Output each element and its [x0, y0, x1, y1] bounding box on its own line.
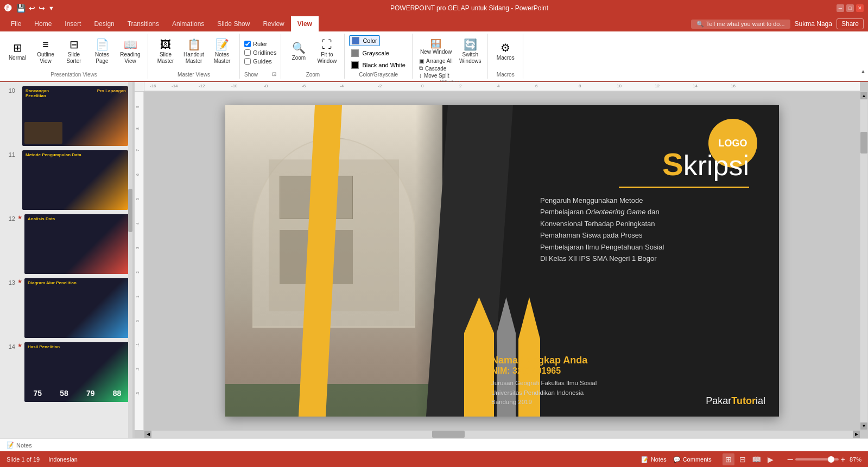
tab-slideshow[interactable]: Slide Show	[211, 16, 256, 31]
v-scroll-thumb[interactable]	[860, 132, 867, 153]
tab-animations[interactable]: Animations	[166, 16, 211, 31]
v-scroll-down[interactable]: ▼	[860, 423, 867, 430]
notes-label-status[interactable]: Notes	[651, 456, 667, 463]
status-slide-sorter[interactable]: ⊟	[737, 453, 749, 465]
slide-item-14[interactable]: 14 ★ Hasil Penelitian 75 58 79 88	[0, 340, 132, 404]
user-name: Sukma Naga	[795, 20, 832, 28]
tell-me-input[interactable]: Tell me what you want to do...	[706, 21, 785, 27]
qa-customize[interactable]: ▼	[47, 4, 55, 12]
slide-thumb-13[interactable]: Diagram Alur Penelitian	[24, 278, 130, 338]
slide-thumb-badge-10: Pro Lapangan	[97, 88, 126, 93]
status-reading-view[interactable]: 📖	[751, 453, 763, 465]
btn-new-window[interactable]: 🪟 New Window	[417, 37, 455, 56]
btn-slide-master[interactable]: 🖼 SlideMaster	[153, 35, 179, 68]
slide-item-12[interactable]: 12 ★ Analisis Data	[0, 212, 132, 276]
close-btn[interactable]: ✕	[856, 4, 864, 12]
guides-checkbox[interactable]	[244, 58, 251, 65]
btn-macros[interactable]: ⚙ Macros	[492, 35, 518, 68]
btn-notes-master[interactable]: 📝 NotesMaster	[209, 35, 235, 68]
btn-cascade[interactable]: ⧉ Cascade	[419, 65, 455, 72]
svg-text:3: 3	[136, 247, 140, 249]
btn-zoom[interactable]: 🔍 Zoom	[286, 35, 312, 68]
zoom-slider-thumb[interactable]	[828, 456, 834, 463]
slide-thumb-14[interactable]: Hasil Penelitian 75 58 79 88	[24, 342, 130, 402]
maximize-btn[interactable]: □	[846, 4, 854, 12]
show-expand[interactable]: ⊡	[272, 71, 276, 77]
btn-notes-page[interactable]: 📄 NotesPage	[89, 35, 115, 68]
ial-text: ial	[756, 395, 765, 406]
color-option-color[interactable]: Color	[349, 35, 379, 46]
h-scroll-left[interactable]: ◀	[144, 431, 151, 438]
tab-design[interactable]: Design	[87, 16, 121, 31]
tab-file[interactable]: File	[4, 16, 28, 31]
v-scroll-track[interactable]	[860, 100, 867, 422]
color-option-grayscale[interactable]: Grayscale	[349, 48, 391, 58]
slide-item-10[interactable]: 10 RancanganPenelitian Pro Lapangan	[0, 84, 132, 148]
status-normal-view[interactable]: ⊞	[723, 453, 734, 465]
tab-home[interactable]: Home	[28, 16, 58, 31]
zoom-level[interactable]: 87%	[850, 456, 861, 463]
color-option-bw[interactable]: Black and White	[349, 60, 407, 70]
gridlines-checkbox[interactable]	[244, 49, 251, 56]
h-scroll-track[interactable]	[151, 431, 853, 438]
v-scrollbar[interactable]: ▲ ▼	[860, 92, 868, 430]
new-window-label: New Window	[420, 49, 452, 55]
slide-thumb-12[interactable]: Analisis Data	[24, 214, 130, 274]
tab-view[interactable]: View	[291, 16, 319, 31]
v-scroll-up[interactable]: ▲	[860, 92, 867, 99]
btn-outline-view[interactable]: ≡ OutlineView	[33, 35, 59, 68]
svg-text:6: 6	[535, 84, 538, 88]
tell-me-bar[interactable]: 🔍 Tell me what you want to do...	[691, 20, 790, 29]
tab-transitions[interactable]: Transitions	[121, 16, 166, 31]
notes-page-icon: 📄	[96, 39, 109, 50]
tab-insert[interactable]: Insert	[58, 16, 87, 31]
reading-icon: 📖	[124, 39, 137, 50]
ribbon-expand[interactable]: ▲	[858, 34, 868, 79]
checkbox-guides[interactable]: Guides	[244, 58, 272, 65]
share-button[interactable]: Share	[837, 18, 864, 29]
btn-normal[interactable]: ⊞ Normal	[4, 35, 30, 68]
checkbox-gridlines[interactable]: Gridlines	[244, 49, 276, 56]
notes-page-label: NotesPage	[95, 52, 109, 65]
checkbox-ruler[interactable]: Ruler	[244, 41, 267, 47]
tab-review[interactable]: Review	[256, 16, 290, 31]
btn-handout-master[interactable]: 📋 HandoutMaster	[181, 35, 207, 68]
qa-undo[interactable]: ↩	[28, 3, 36, 14]
svg-text:12: 12	[655, 84, 660, 88]
svg-text:1: 1	[136, 296, 140, 298]
slide-thumb-10[interactable]: RancanganPenelitian Pro Lapangan	[22, 86, 128, 146]
status-left: Slide 1 of 19 Indonesian	[7, 456, 78, 463]
btn-reading-view[interactable]: 📖 ReadingView	[117, 35, 143, 68]
comments-label-status[interactable]: Comments	[683, 456, 712, 463]
group-master-views: 🖼 SlideMaster 📋 HandoutMaster 📝 NotesMas…	[148, 34, 240, 79]
h-scroll-thumb[interactable]	[432, 431, 465, 438]
btn-switch-windows[interactable]: 🔄 SwitchWindows	[457, 35, 483, 68]
zoom-minus[interactable]: ─	[788, 455, 793, 464]
zoom-plus[interactable]: +	[841, 455, 845, 464]
btn-slide-sorter[interactable]: ⊟ SlideSorter	[61, 35, 87, 68]
group-macros: ⚙ Macros Macros	[488, 34, 523, 79]
h-scrollbar[interactable]: ◀ ▶	[144, 430, 860, 438]
panel-scroll-thumb[interactable]	[128, 189, 132, 232]
ruler-checkbox[interactable]	[244, 41, 251, 47]
slide-item-13[interactable]: 13 ★ Diagram Alur Penelitian	[0, 276, 132, 340]
qa-save[interactable]: 💾	[15, 3, 27, 14]
btn-arrange-all[interactable]: ▣ Arrange All	[419, 58, 455, 64]
zoom-slider[interactable]	[795, 458, 839, 460]
status-slideshow[interactable]: ▶	[765, 453, 777, 465]
panel-scrollbar[interactable]	[128, 82, 132, 438]
qa-redo[interactable]: ↪	[37, 3, 46, 14]
name-text: Nama Lengkap Anda	[491, 355, 587, 366]
slide-thumb-title-11: Metode Pengumpulan Data	[26, 152, 81, 157]
slide-display[interactable]: LOGO S kripsi Pengaruh Menggunakan Metod…	[144, 92, 860, 430]
btn-move-split[interactable]: ↕ Move Split	[419, 73, 455, 79]
slide-thumb-11[interactable]: Metode Pengumpulan Data	[22, 150, 128, 210]
btn-fit-to-window[interactable]: ⛶ Fit toWindow	[314, 35, 340, 68]
svg-text:8: 8	[136, 127, 140, 130]
slide-num-14: 14	[4, 342, 15, 350]
slide-item-11[interactable]: 11 Metode Pengumpulan Data	[0, 148, 132, 212]
notes-bar-label[interactable]: Notes	[16, 442, 32, 449]
minimize-btn[interactable]: ─	[837, 4, 844, 12]
h-scroll-right[interactable]: ▶	[853, 431, 860, 438]
canvas-area: -16 -14 -12 -10 -8 -6 -4 -2 0 2 4 6 8 10…	[135, 82, 868, 438]
